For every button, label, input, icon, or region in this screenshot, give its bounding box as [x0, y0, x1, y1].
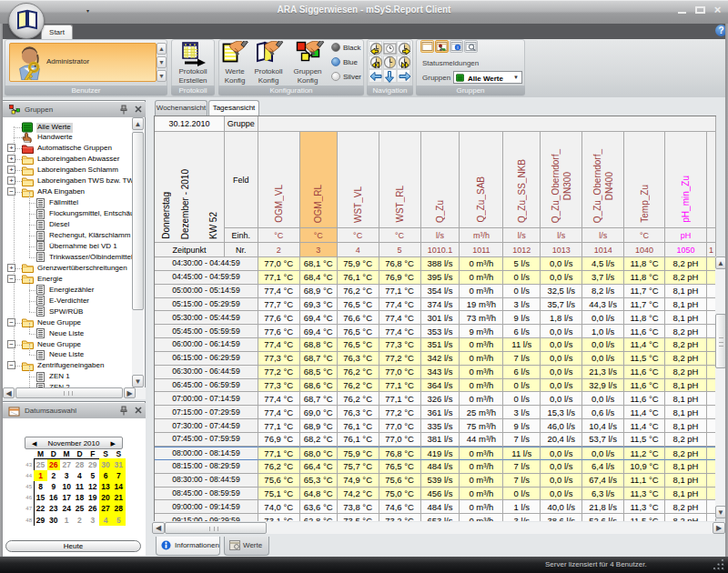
- svg-text:i: i: [457, 45, 458, 50]
